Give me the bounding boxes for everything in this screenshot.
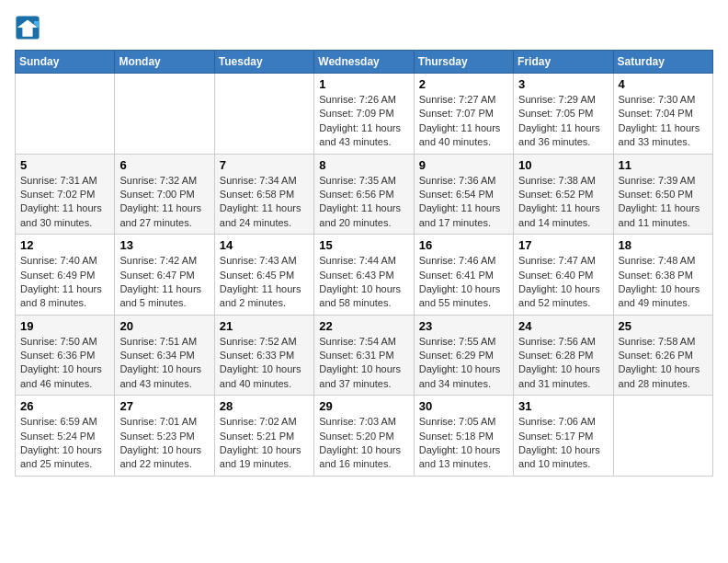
calendar-day-cell: 10Sunrise: 7:38 AM Sunset: 6:52 PM Dayli… [514,154,613,235]
calendar-day-cell: 5Sunrise: 7:31 AM Sunset: 7:02 PM Daylig… [16,154,115,235]
header-saturday: Saturday [613,51,712,74]
header-friday: Friday [514,51,613,74]
day-info: Sunrise: 7:47 AM Sunset: 6:40 PM Dayligh… [518,254,608,311]
day-number: 8 [319,158,408,172]
calendar-day-cell: 16Sunrise: 7:46 AM Sunset: 6:41 PM Dayli… [414,235,513,316]
day-number: 12 [20,238,109,252]
day-info: Sunrise: 7:30 AM Sunset: 7:04 PM Dayligh… [619,93,708,150]
day-info: Sunrise: 7:34 AM Sunset: 6:58 PM Dayligh… [220,174,309,231]
day-number: 17 [518,238,608,252]
calendar-day-cell: 11Sunrise: 7:39 AM Sunset: 6:50 PM Dayli… [613,154,712,235]
empty-cell [214,74,313,155]
day-number: 21 [220,319,309,333]
day-info: Sunrise: 7:05 AM Sunset: 5:18 PM Dayligh… [419,415,508,472]
empty-cell [16,74,115,155]
calendar-day-cell: 7Sunrise: 7:34 AM Sunset: 6:58 PM Daylig… [214,154,313,235]
day-info: Sunrise: 7:26 AM Sunset: 7:09 PM Dayligh… [319,93,408,150]
day-info: Sunrise: 7:55 AM Sunset: 6:29 PM Dayligh… [419,335,508,392]
day-number: 22 [319,319,408,333]
day-number: 16 [419,238,508,252]
day-number: 26 [20,399,109,413]
day-number: 14 [220,238,309,252]
calendar-day-cell: 15Sunrise: 7:44 AM Sunset: 6:43 PM Dayli… [314,235,414,316]
day-info: Sunrise: 7:56 AM Sunset: 6:28 PM Dayligh… [518,335,608,392]
calendar-day-cell: 14Sunrise: 7:43 AM Sunset: 6:45 PM Dayli… [214,235,313,316]
day-info: Sunrise: 7:02 AM Sunset: 5:21 PM Dayligh… [220,415,309,472]
day-info: Sunrise: 7:01 AM Sunset: 5:23 PM Dayligh… [119,415,209,472]
day-number: 13 [119,238,209,252]
day-info: Sunrise: 7:31 AM Sunset: 7:02 PM Dayligh… [20,174,109,231]
header-tuesday: Tuesday [214,51,313,74]
calendar-day-cell: 17Sunrise: 7:47 AM Sunset: 6:40 PM Dayli… [514,235,613,316]
day-number: 30 [419,399,508,413]
day-info: Sunrise: 6:59 AM Sunset: 5:24 PM Dayligh… [20,415,109,472]
calendar-day-cell: 27Sunrise: 7:01 AM Sunset: 5:23 PM Dayli… [115,396,214,477]
calendar-day-cell: 3Sunrise: 7:29 AM Sunset: 7:05 PM Daylig… [514,74,613,155]
calendar-day-cell: 9Sunrise: 7:36 AM Sunset: 6:54 PM Daylig… [414,154,513,235]
day-number: 7 [220,158,309,172]
day-number: 28 [220,399,309,413]
calendar-day-cell: 30Sunrise: 7:05 AM Sunset: 5:18 PM Dayli… [414,396,513,477]
day-info: Sunrise: 7:42 AM Sunset: 6:47 PM Dayligh… [119,254,209,311]
header-sunday: Sunday [16,51,115,74]
day-number: 9 [419,158,508,172]
day-info: Sunrise: 7:39 AM Sunset: 6:50 PM Dayligh… [619,174,708,231]
day-info: Sunrise: 7:35 AM Sunset: 6:56 PM Dayligh… [319,174,408,231]
day-number: 20 [119,319,209,333]
day-number: 23 [419,319,508,333]
day-number: 27 [119,399,209,413]
day-number: 24 [518,319,608,333]
day-number: 15 [319,238,408,252]
calendar-day-cell: 29Sunrise: 7:03 AM Sunset: 5:20 PM Dayli… [314,396,414,477]
day-info: Sunrise: 7:50 AM Sunset: 6:36 PM Dayligh… [20,335,109,392]
day-number: 18 [619,238,708,252]
calendar-day-cell: 19Sunrise: 7:50 AM Sunset: 6:36 PM Dayli… [16,315,115,396]
day-number: 11 [619,158,708,172]
day-number: 1 [319,77,408,91]
day-info: Sunrise: 7:54 AM Sunset: 6:31 PM Dayligh… [319,335,408,392]
day-info: Sunrise: 7:03 AM Sunset: 5:20 PM Dayligh… [319,415,408,472]
day-info: Sunrise: 7:36 AM Sunset: 6:54 PM Dayligh… [419,174,508,231]
calendar-day-cell: 2Sunrise: 7:27 AM Sunset: 7:07 PM Daylig… [414,74,513,155]
header-thursday: Thursday [414,51,513,74]
header-wednesday: Wednesday [314,51,414,74]
day-info: Sunrise: 7:27 AM Sunset: 7:07 PM Dayligh… [419,93,508,150]
calendar-day-cell: 4Sunrise: 7:30 AM Sunset: 7:04 PM Daylig… [613,74,712,155]
day-info: Sunrise: 7:43 AM Sunset: 6:45 PM Dayligh… [220,254,309,311]
day-number: 5 [20,158,109,172]
day-number: 6 [119,158,209,172]
calendar-table: SundayMondayTuesdayWednesdayThursdayFrid… [15,50,713,477]
day-info: Sunrise: 7:52 AM Sunset: 6:33 PM Dayligh… [220,335,309,392]
day-info: Sunrise: 7:29 AM Sunset: 7:05 PM Dayligh… [518,93,608,150]
calendar-day-cell: 12Sunrise: 7:40 AM Sunset: 6:49 PM Dayli… [16,235,115,316]
calendar-day-cell: 23Sunrise: 7:55 AM Sunset: 6:29 PM Dayli… [414,315,513,396]
calendar-day-cell: 18Sunrise: 7:48 AM Sunset: 6:38 PM Dayli… [613,235,712,316]
day-info: Sunrise: 7:40 AM Sunset: 6:49 PM Dayligh… [20,254,109,311]
calendar-day-cell: 1Sunrise: 7:26 AM Sunset: 7:09 PM Daylig… [314,74,414,155]
day-info: Sunrise: 7:44 AM Sunset: 6:43 PM Dayligh… [319,254,408,311]
day-info: Sunrise: 7:32 AM Sunset: 7:00 PM Dayligh… [119,174,209,231]
empty-cell [115,74,214,155]
calendar-day-cell: 21Sunrise: 7:52 AM Sunset: 6:33 PM Dayli… [214,315,313,396]
day-number: 3 [518,77,608,91]
header-monday: Monday [115,51,214,74]
logo-icon [15,15,40,40]
calendar-day-cell: 24Sunrise: 7:56 AM Sunset: 6:28 PM Dayli… [514,315,613,396]
calendar-day-cell: 8Sunrise: 7:35 AM Sunset: 6:56 PM Daylig… [314,154,414,235]
calendar-day-cell: 22Sunrise: 7:54 AM Sunset: 6:31 PM Dayli… [314,315,414,396]
day-info: Sunrise: 7:48 AM Sunset: 6:38 PM Dayligh… [619,254,708,311]
page-header [15,15,713,40]
calendar-day-cell: 31Sunrise: 7:06 AM Sunset: 5:17 PM Dayli… [514,396,613,477]
day-info: Sunrise: 7:58 AM Sunset: 6:26 PM Dayligh… [619,335,708,392]
day-info: Sunrise: 7:46 AM Sunset: 6:41 PM Dayligh… [419,254,508,311]
calendar-header-row: SundayMondayTuesdayWednesdayThursdayFrid… [16,51,713,74]
calendar-day-cell: 26Sunrise: 6:59 AM Sunset: 5:24 PM Dayli… [16,396,115,477]
calendar-day-cell: 20Sunrise: 7:51 AM Sunset: 6:34 PM Dayli… [115,315,214,396]
calendar-week-row: 19Sunrise: 7:50 AM Sunset: 6:36 PM Dayli… [16,315,713,396]
calendar-day-cell: 28Sunrise: 7:02 AM Sunset: 5:21 PM Dayli… [214,396,313,477]
day-number: 25 [619,319,708,333]
day-info: Sunrise: 7:06 AM Sunset: 5:17 PM Dayligh… [518,415,608,472]
empty-cell [613,396,712,477]
calendar-week-row: 12Sunrise: 7:40 AM Sunset: 6:49 PM Dayli… [16,235,713,316]
calendar-day-cell: 6Sunrise: 7:32 AM Sunset: 7:00 PM Daylig… [115,154,214,235]
